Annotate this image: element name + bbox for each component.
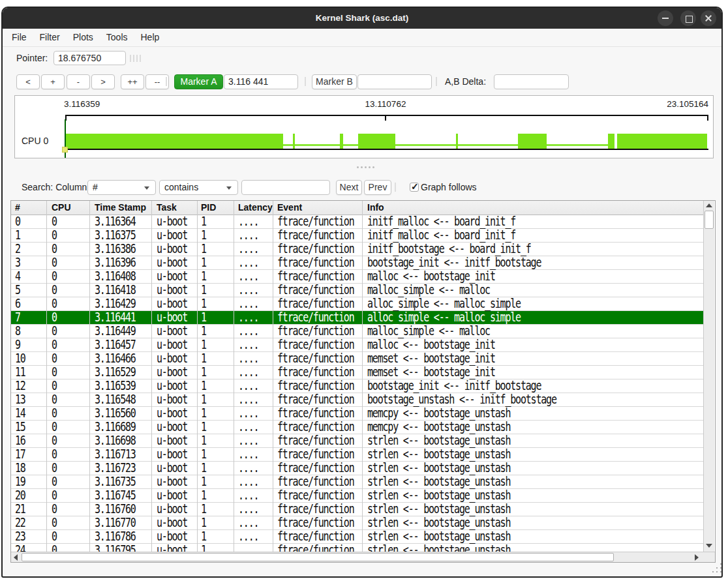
cell: u-boot	[157, 542, 187, 552]
scroll-up-icon[interactable]	[706, 203, 712, 207]
column-separator	[46, 201, 47, 552]
axis-tick	[707, 115, 708, 121]
scroll-right-icon[interactable]	[695, 554, 699, 561]
cpu-busy-segment	[617, 134, 707, 149]
column-header-cpu[interactable]: CPU	[52, 201, 71, 215]
menu-help[interactable]: Help	[134, 29, 166, 46]
marker-a-value-input[interactable]: 3.116 441	[224, 74, 298, 89]
events-table: #CPUTime StampTaskPIDLatencyEventInfo 00…	[10, 200, 716, 563]
cpu-busy-segment	[293, 134, 295, 149]
graph-follows-checkbox[interactable]	[410, 183, 419, 192]
axis-end-label: 23.105164	[656, 99, 708, 109]
maximize-button[interactable]	[680, 10, 696, 26]
nav-button-1[interactable]: +	[41, 74, 65, 89]
cpu-idle-segment	[295, 144, 340, 146]
column-separator	[151, 201, 152, 552]
cpu-idle-segment	[283, 144, 293, 146]
prev-button[interactable]: Prev	[364, 180, 391, 195]
cell: ....	[238, 542, 258, 552]
column-header-task[interactable]: Task	[157, 201, 177, 215]
cpu-idle-segment	[395, 144, 456, 146]
cpu-graph-panel[interactable]: 3.116359 13.110762 23.105164 CPU 0	[14, 95, 714, 158]
ab-delta-input[interactable]	[494, 74, 569, 89]
column-header--[interactable]: #	[15, 201, 20, 215]
toolbar-handle	[130, 55, 131, 62]
cpu-busy-segment	[518, 134, 547, 149]
column-header-latency[interactable]: Latency	[238, 201, 273, 215]
column-header-time-stamp[interactable]: Time Stamp	[95, 201, 146, 215]
toolbar-separator	[305, 77, 306, 86]
cell: 1	[201, 542, 206, 552]
nav-button-0[interactable]: <	[16, 74, 40, 89]
cell: strlen <-- bootstage_unstash	[367, 542, 510, 552]
table-body: 003.116364u-boot1....ftrace/functioninit…	[11, 215, 703, 552]
cpu-row-label: CPU 0	[22, 136, 53, 146]
grip-dot	[716, 567, 718, 569]
column-separator	[362, 201, 363, 552]
cpu-idle-segment	[547, 144, 608, 146]
marker-b-value-input[interactable]	[357, 74, 432, 89]
nav-button-2[interactable]: -	[67, 74, 90, 89]
grip-dot	[716, 571, 718, 572]
graph-follows-label: Graph follows	[421, 180, 477, 195]
toolbar-separator	[436, 77, 437, 86]
column-separator	[273, 201, 273, 552]
title-bar[interactable]: Kernel Shark (asc.dat)	[3, 8, 721, 29]
timeline-axis	[65, 115, 708, 116]
table-header[interactable]: #CPUTime StampTaskPIDLatencyEventInfo	[11, 201, 703, 215]
menu-filter[interactable]: Filter	[33, 29, 67, 46]
cell: 3.116795	[95, 542, 136, 552]
column-header-info[interactable]: Info	[367, 201, 384, 215]
nav-button-4[interactable]: ++	[121, 74, 144, 89]
cell: 24	[15, 542, 25, 552]
grip-dot	[720, 571, 721, 572]
column-header-pid[interactable]: PID	[201, 201, 216, 215]
kernel-shark-window: Kernel Shark (asc.dat) FileFilterPlotsTo…	[1, 7, 723, 578]
minimize-button[interactable]	[658, 10, 673, 26]
vertical-scroll-thumb[interactable]	[705, 211, 714, 229]
next-button[interactable]: Next	[336, 180, 362, 195]
nav-button-3[interactable]: >	[91, 74, 115, 89]
vertical-scrollbar[interactable]	[703, 201, 714, 552]
toolbar-handle	[136, 55, 138, 62]
axis-tick	[385, 115, 386, 121]
column-header-event[interactable]: Event	[277, 201, 302, 215]
splitter-dot	[357, 166, 359, 168]
axis-start-label: 3.116359	[64, 99, 100, 109]
table-row[interactable]: 2403.116795u-boot1....ftrace/functionstr…	[11, 544, 703, 552]
menu-plots[interactable]: Plots	[67, 29, 100, 46]
menu-tools[interactable]: Tools	[100, 29, 134, 46]
timeline-baseline	[65, 149, 708, 150]
splitter-dot	[365, 166, 367, 168]
pointer-label: Pointer:	[16, 51, 48, 65]
splitter-dot	[369, 166, 371, 168]
scroll-left-icon[interactable]	[14, 554, 18, 561]
close-button[interactable]	[701, 10, 716, 26]
toolbar-separator	[166, 77, 167, 86]
marker-b-button[interactable]: Marker B	[312, 74, 357, 89]
toolbar-handle	[133, 55, 134, 62]
cpu-busy-segment	[65, 134, 283, 149]
cpu-busy-segment	[358, 134, 395, 149]
axis-mid-label: 13.110762	[359, 99, 412, 109]
marker-a-button[interactable]: Marker A	[174, 74, 223, 89]
grip-dot	[720, 563, 721, 565]
splitter-dot	[361, 166, 363, 168]
horizontal-scrollbar[interactable]	[11, 552, 715, 562]
column-separator	[234, 201, 234, 552]
search-match-select[interactable]: contains	[159, 180, 238, 195]
menu-file[interactable]: File	[5, 29, 33, 46]
cpu-idle-segment	[343, 144, 358, 146]
cpu-busy-segment	[340, 134, 343, 149]
search-column-select[interactable]: #	[87, 180, 156, 195]
search-input[interactable]	[241, 180, 330, 195]
splitter-dot	[372, 166, 374, 168]
cell: 0	[52, 542, 57, 552]
scroll-down-icon[interactable]	[706, 544, 712, 548]
horizontal-scroll-thumb[interactable]	[22, 553, 614, 561]
cpu-busy-segment	[456, 134, 458, 149]
pointer-input[interactable]: 18.676750	[53, 51, 126, 65]
column-separator	[197, 201, 198, 552]
cpu-busy-segment	[608, 134, 614, 149]
toolbar-separator	[395, 183, 396, 192]
